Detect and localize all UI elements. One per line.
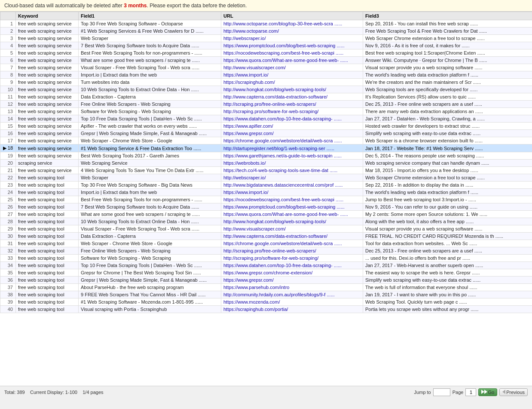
row-url: https://www.grepsr.com/ [221, 130, 363, 137]
row-url: http://scraping.pro/free-online-web-scra… [221, 247, 363, 255]
row-num: 31 [0, 240, 16, 247]
table-body: 1free web scraping serviceTop 30 Free We… [0, 20, 532, 313]
table-row[interactable]: 16free web scraping serviceGrepsr | Web … [0, 130, 532, 137]
table-row[interactable]: 14free web scraping serviceTop 10 Free D… [0, 115, 532, 123]
row-field1: What are some good free web scrapers / s… [79, 211, 221, 218]
row-keyword: free web scraping tool [16, 298, 79, 306]
row-keyword: free web scraping tool [16, 196, 79, 203]
table-row[interactable]: 4free web scraping service7 Best Web Scr… [0, 42, 532, 49]
table-row[interactable]: 9free web scraping serviceTurn websites … [0, 79, 532, 86]
row-field1: Best Free Web Scraping Tools for non-pro… [79, 196, 221, 203]
table-row[interactable]: 12free web scraping serviceFree Online W… [0, 101, 532, 108]
table-row[interactable]: 10free web scraping service10 Web Scrapi… [0, 86, 532, 93]
row-num: 5 [0, 49, 16, 57]
table-row[interactable]: 27free web scraping toolWhat are some go… [0, 211, 532, 218]
table-row[interactable]: 29free web scraping toolVisual Scraper -… [0, 225, 532, 233]
current-display: Current Display: 1-100 [30, 390, 77, 395]
row-num: 39 [0, 298, 16, 306]
table-row[interactable]: 7free web scraping serviceVisual Scraper… [0, 64, 532, 71]
row-num: 30 [0, 233, 16, 240]
table-row[interactable]: 19free web scraping serviceBest Web Scra… [0, 152, 532, 160]
table-row[interactable]: ▶ 18free web scraping service#1 Web Scra… [0, 145, 532, 152]
table-row[interactable]: 11free web scraping serviceData Extracti… [0, 93, 532, 101]
row-num: 17 [0, 137, 16, 145]
table-row[interactable]: 20scraping serviceWeb Scraping Serviceht… [0, 160, 532, 167]
row-field3: My 2 cents: Some more open Source soluti… [363, 211, 532, 218]
table-row[interactable]: 23free web scraping toolTop 30 Free Web … [0, 181, 532, 189]
page-label: Page [453, 390, 464, 395]
previous-button[interactable]: Previous [499, 388, 528, 396]
row-field3: The easiest way to scrape the web is her… [363, 269, 532, 277]
table-row[interactable]: 8free web scraping serviceImport.io | Ex… [0, 71, 532, 79]
row-keyword: free web scraping tool [16, 306, 79, 313]
table-row[interactable]: 13free web scraping serviceSoftware for … [0, 108, 532, 115]
go-icon [481, 390, 487, 395]
table-row[interactable]: 1free web scraping serviceTop 30 Free We… [0, 20, 532, 28]
row-field1: 7 Best Web Scraping Software tools to Ac… [79, 203, 221, 211]
row-keyword: free web scraping tool [16, 277, 79, 284]
table-row[interactable]: 21free web scraping service4 Web Scrapin… [0, 167, 532, 174]
table-row[interactable]: 40free web scraping toolVisual scraping … [0, 306, 532, 313]
table-row[interactable]: 5free web scraping serviceBest Free Web … [0, 49, 532, 57]
row-num: 2 [0, 28, 16, 35]
row-num: 24 [0, 189, 16, 196]
warning-bar: Cloud-based data will automatically be d… [0, 0, 532, 12]
row-field3: Free Web Scraping Tool & Free Web Crawle… [363, 28, 532, 35]
row-field1: Web Scraper [79, 174, 221, 181]
row-field1: Top 30 Free Web Scraping Software - Big … [79, 181, 221, 189]
row-keyword: free web scraping service [16, 108, 79, 115]
table-row[interactable]: 24free web scraping toolImport.io | Extr… [0, 189, 532, 196]
row-num: 32 [0, 247, 16, 255]
table-row[interactable]: 15free web scraping serviceApifier - The… [0, 123, 532, 130]
row-keyword: free web scraping service [16, 101, 79, 108]
table-row[interactable]: 32free web scraping toolFree Online Web … [0, 247, 532, 255]
table-row[interactable]: 37free web scraping toolAbout ParseHub -… [0, 284, 532, 291]
row-keyword: free web scraping service [16, 49, 79, 57]
row-url: http://www.hongkat.com/blog/web-scraping… [221, 86, 363, 93]
table-row[interactable]: 3free web scraping serviceWeb Scraperhtt… [0, 35, 532, 42]
row-url: http://www.capterra.com/data-extraction-… [221, 233, 363, 240]
pages-info: 1/4 pages [83, 390, 103, 395]
row-num: 9 [0, 79, 16, 86]
row-field1: #1 Web Scraping Service & Free Data Extr… [79, 145, 221, 152]
row-keyword: free web scraping service [16, 145, 79, 152]
row-keyword: free web scraping tool [16, 291, 79, 298]
row-num: 11 [0, 93, 16, 101]
row-url: https://chrome.google.com/webstore/detai… [221, 240, 363, 247]
go-button[interactable]: Go [478, 388, 497, 396]
table-row[interactable]: 25free web scraping toolBest Free Web Sc… [0, 196, 532, 203]
row-num: 7 [0, 64, 16, 71]
data-table: Keyword Field1 URL Field3 1free web scra… [0, 12, 532, 313]
table-row[interactable]: 28free web scraping tool10 Web Scraping … [0, 218, 532, 225]
row-field3: Along with the web tool, it also offers … [363, 218, 532, 225]
table-row[interactable]: 39free web scraping tool#1 Web Scraping … [0, 298, 532, 306]
table-row[interactable]: 38free web scraping tool9 FREE Web Scrap… [0, 291, 532, 298]
table-row[interactable]: 34free web scraping toolTop 10 Free Data… [0, 262, 532, 269]
row-keyword: free web scraping service [16, 123, 79, 130]
row-field1: Best Web Scraping Tools 2017 - Gareth Ja… [79, 152, 221, 160]
table-row[interactable]: 17free web scraping serviceWeb Scraper -… [0, 137, 532, 145]
table-row[interactable]: 36free web scraping toolGrepsr | Web Scr… [0, 277, 532, 284]
row-num: 1 [0, 20, 16, 28]
table-row[interactable]: 35free web scraping toolGrepsr for Chrom… [0, 269, 532, 277]
row-url: http://www.hongkat.com/blog/web-scraping… [221, 218, 363, 225]
row-keyword: free web scraping service [16, 93, 79, 101]
table-row[interactable]: 33free web scraping toolSoftware for Web… [0, 255, 532, 262]
col-header-url: URL [221, 12, 363, 20]
row-url: http://startupregister.net/blog/1-web-sc… [221, 145, 363, 152]
table-row[interactable]: 30free web scraping toolData Extraction … [0, 233, 532, 240]
row-num: 21 [0, 167, 16, 174]
row-url: https://www.garethjames.net/a-guide-to-w… [221, 152, 363, 160]
table-row[interactable]: 6free web scraping serviceWhat are some … [0, 57, 532, 64]
table-row[interactable]: 26free web scraping tool7 Best Web Scrap… [0, 203, 532, 211]
row-field1: Web Scraper - Chrome Web Store - Google [79, 137, 221, 145]
row-url: http://www.octoparse.com/ [221, 28, 363, 35]
jump-to-input[interactable] [433, 388, 450, 396]
row-keyword: free web scraping tool [16, 189, 79, 196]
row-num: 26 [0, 203, 16, 211]
table-row[interactable]: 2free web scraping service#1 Web Scrapin… [0, 28, 532, 35]
table-row[interactable]: 22free web scraping toolWeb Scraperhttp:… [0, 174, 532, 181]
row-field3: Tool for data extraction from websites. … [363, 240, 532, 247]
table-row[interactable]: 31free web scraping toolWeb Scraper - Ch… [0, 240, 532, 247]
scroll-area[interactable]: Keyword Field1 URL Field3 1free web scra… [0, 12, 532, 386]
